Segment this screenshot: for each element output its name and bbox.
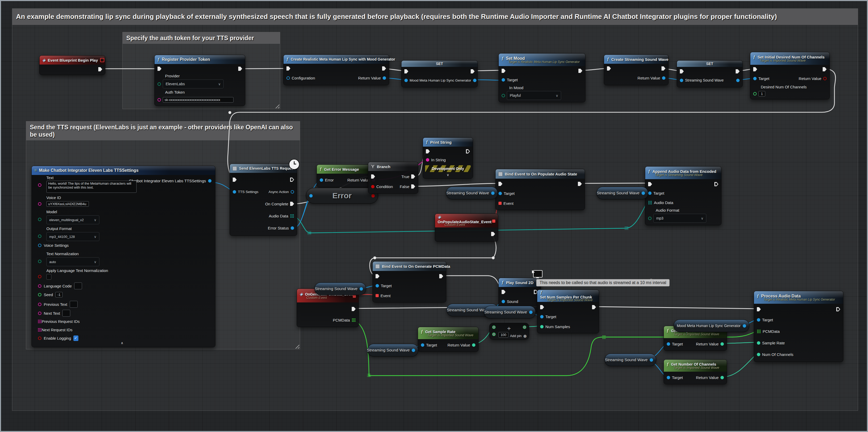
voice-settings-pin[interactable] xyxy=(38,244,41,247)
return-value-pin[interactable] xyxy=(720,376,724,379)
exec-out-pin[interactable] xyxy=(238,67,242,71)
exec-out-pin[interactable] xyxy=(439,274,443,278)
in-string-pin[interactable] xyxy=(426,158,429,162)
exec-out-pin[interactable] xyxy=(836,307,840,311)
exec-in-pin[interactable] xyxy=(607,66,611,70)
node-set-mood-generator-variable[interactable]: SET Mood Meta Human Lip Sync Generator xyxy=(401,60,478,87)
struct-output-pin[interactable] xyxy=(208,179,212,182)
text-normalization-dropdown[interactable]: auto∨ xyxy=(46,257,99,266)
provider-enum-pin[interactable] xyxy=(157,82,161,86)
exec-in-pin[interactable] xyxy=(286,66,290,70)
target-pin[interactable] xyxy=(667,342,670,346)
exec-out-pin[interactable] xyxy=(466,149,470,153)
pcm-data-array-pin[interactable] xyxy=(352,318,353,319)
getter-streaming-sound-wave[interactable]: Streaming Sound Wave xyxy=(604,353,656,366)
exec-in-pin[interactable] xyxy=(753,67,757,71)
node-make-tts-settings[interactable]: ≡ Make Chatbot Integrator Eleven Labs TT… xyxy=(31,166,215,347)
target-pin[interactable] xyxy=(753,77,756,80)
node-send-elevenlabs-tts-request[interactable]: Send ElevenLabs TTS Request TTS Settings… xyxy=(229,164,297,236)
target-pin[interactable] xyxy=(540,315,544,318)
return-value-pin[interactable] xyxy=(383,76,386,80)
target-pin[interactable] xyxy=(757,318,760,322)
voice-id-pin[interactable] xyxy=(38,202,41,206)
exec-in-pin[interactable] xyxy=(502,69,505,73)
target-pin[interactable] xyxy=(502,78,505,82)
next-text-pin[interactable] xyxy=(38,312,41,315)
return-value-pin[interactable] xyxy=(472,343,475,347)
condition-pin[interactable] xyxy=(371,185,374,188)
variable-in-pin[interactable] xyxy=(680,79,683,82)
exec-out-pin[interactable] xyxy=(352,307,355,311)
exec-in-pin[interactable] xyxy=(157,67,161,71)
audio-format-dropdown[interactable]: mp3∨ xyxy=(653,214,706,223)
next-text-input[interactable] xyxy=(62,310,70,317)
text-input[interactable]: Hello, world! The lips of the MetaHuman … xyxy=(46,181,136,193)
in-mood-enum-pin[interactable] xyxy=(502,94,505,97)
provider-dropdown[interactable]: ElevenLabs∨ xyxy=(163,80,223,88)
next-request-ids-array-pin[interactable] xyxy=(38,328,39,329)
node-set-num-samples-per-chunk[interactable]: ƒ Set Num Samples Per Chunk Target is Im… xyxy=(537,290,599,334)
variable-out-pin[interactable] xyxy=(412,349,415,352)
voice-id-input[interactable] xyxy=(46,201,89,207)
exec-out-pin[interactable] xyxy=(491,232,495,236)
node-get-number-of-channels[interactable]: ƒ Get Number Of Channels Target is Impor… xyxy=(663,359,727,384)
divisor-input[interactable]: 100 xyxy=(498,332,508,338)
variable-in-pin[interactable] xyxy=(404,79,408,82)
node-event-begin-play[interactable]: ◈ Event Blueprint Begin Play xyxy=(39,55,105,75)
delegate-out-pin[interactable] xyxy=(492,220,495,223)
exec-out-pin[interactable] xyxy=(98,67,102,71)
exec-out-pin[interactable] xyxy=(661,66,665,70)
seed-pin[interactable] xyxy=(38,293,41,296)
node-set-streaming-sound-wave-variable[interactable]: SET Streaming Sound Wave xyxy=(677,60,743,87)
configuration-pin[interactable] xyxy=(286,76,290,80)
getter-streaming-sound-wave[interactable]: Streaming Sound Wave xyxy=(314,283,366,295)
expand-chevron-icon[interactable]: ∨ xyxy=(423,173,473,177)
exec-out-pin[interactable] xyxy=(578,182,582,186)
getter-streaming-sound-wave[interactable]: Streaming Sound Wave xyxy=(367,344,418,356)
node-create-lipsync-generator[interactable]: ƒ Create Realistic Meta Human Lip Sync w… xyxy=(283,55,389,85)
node-divide[interactable]: 100 ÷ Add pin ⊕ xyxy=(489,323,529,340)
exec-out-pin[interactable] xyxy=(823,67,827,71)
exec-in-pin[interactable] xyxy=(680,69,684,74)
exec-in-pin[interactable] xyxy=(404,69,408,74)
variable-out-pin[interactable] xyxy=(642,192,645,195)
previous-text-pin[interactable] xyxy=(38,303,41,306)
text-pin[interactable] xyxy=(38,183,41,187)
exec-in-pin[interactable] xyxy=(648,182,652,186)
exec-in-pin[interactable] xyxy=(233,178,237,182)
exec-in-pin[interactable] xyxy=(757,307,761,311)
apply-lang-checkbox[interactable] xyxy=(46,274,51,280)
node-append-audio-data-from-encoded[interactable]: ƒ Append Audio Data from Encoded Target … xyxy=(645,166,721,225)
event-delegate-pin[interactable] xyxy=(376,294,379,297)
node-bind-on-populate-audio-state[interactable]: Bind Event to On Populate Audio State Ta… xyxy=(495,169,585,210)
num-channels-pin[interactable] xyxy=(757,353,760,356)
getter-streaming-sound-wave[interactable]: Streaming Sound Wave xyxy=(446,187,498,199)
num-samples-pin[interactable] xyxy=(540,325,544,328)
exec-out-pin[interactable] xyxy=(736,69,740,74)
error-status-pin[interactable] xyxy=(291,226,294,230)
variable-out-pin[interactable] xyxy=(360,287,363,291)
sample-rate-pin[interactable] xyxy=(757,341,760,345)
node-branch[interactable]: Branch True Condition False xyxy=(368,162,418,194)
target-pin[interactable] xyxy=(648,192,652,195)
exec-out-pin[interactable] xyxy=(714,182,718,186)
node-print-string[interactable]: ƒ Print String In String Development Onl… xyxy=(423,138,473,179)
node-set-mood[interactable]: ƒ Set Mood Target is Realistic Meta Huma… xyxy=(498,53,586,102)
error-pin[interactable] xyxy=(320,178,323,182)
return-value-pin[interactable] xyxy=(720,342,724,346)
exec-in-pin[interactable] xyxy=(371,174,375,179)
in-mood-dropdown[interactable]: Playful∨ xyxy=(507,91,561,100)
dividend-pin[interactable] xyxy=(492,325,496,329)
node-get-sample-rate-1[interactable]: ƒ Get Sample Rate Target is Imported Sou… xyxy=(418,327,478,352)
error-in-pin[interactable] xyxy=(309,194,313,198)
false-exec-pin[interactable] xyxy=(411,184,415,189)
exec-in-pin[interactable] xyxy=(540,305,544,309)
variable-out-pin[interactable] xyxy=(736,79,740,82)
language-code-pin[interactable] xyxy=(38,284,41,288)
seed-input[interactable]: -1 xyxy=(55,292,63,297)
node-event-on-populate-audio-state[interactable]: ◈ OnPopulateAudioState_Event Custom Even… xyxy=(435,213,498,241)
async-action-pin[interactable] xyxy=(291,190,294,194)
output-format-enum-pin[interactable] xyxy=(38,234,41,238)
sound-pin[interactable] xyxy=(502,300,505,303)
node-process-audio-data[interactable]: ƒ Process Audio Data Target is Realistic… xyxy=(754,291,843,362)
